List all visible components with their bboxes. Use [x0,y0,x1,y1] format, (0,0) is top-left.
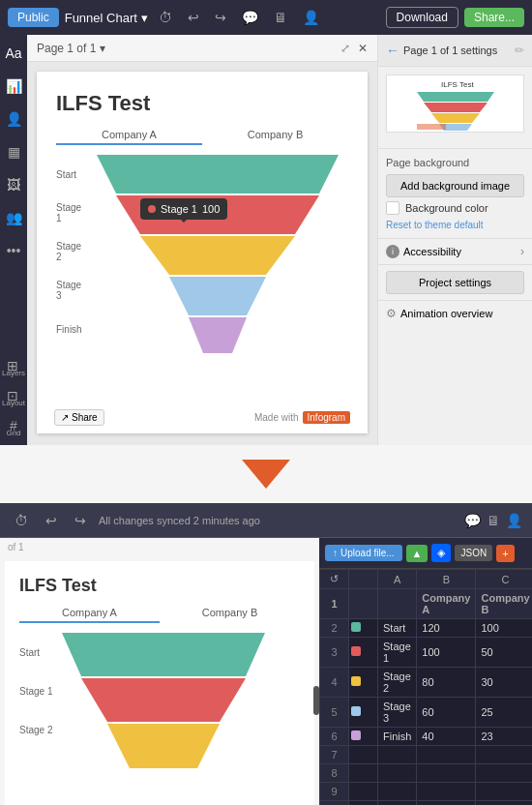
accessibility-row[interactable]: i Accessibility › [378,239,532,265]
redo-icon-bottom[interactable]: ↪ [70,511,91,530]
cell-c[interactable]: 23 [476,728,532,746]
cell-b[interactable]: 40 [417,728,476,746]
sidebar-item-charts[interactable]: 📊 [3,75,24,97]
project-settings-button[interactable]: Project settings [386,271,524,294]
funnel-svg[interactable] [87,150,348,353]
bottom-funnel-svg[interactable] [57,628,270,768]
table-row[interactable]: 6Finish4023 [320,728,533,746]
svg-text:ILFS Test: ILFS Test [441,80,474,89]
dropbox-button[interactable]: ◈ [431,544,451,562]
cell-b[interactable] [417,764,476,783]
right-panel-title: Page 1 of 1 settings [403,45,497,56]
edit-icon[interactable]: ✏ [515,44,524,57]
cell-a[interactable] [378,746,417,764]
add-background-image-button[interactable]: Add background image [386,174,524,197]
cell-b[interactable]: 80 [417,668,476,698]
cell-a[interactable]: Start [378,619,417,638]
table-row[interactable]: 8 [320,764,533,783]
cell-a[interactable] [378,801,417,806]
person-icon-bottom[interactable]: 👤 [506,513,522,528]
cell-b[interactable]: 120 [417,619,476,638]
undo-icon-bottom[interactable]: ↩ [41,511,62,530]
page-indicator[interactable]: Page 1 of 1 [37,42,96,55]
table-row[interactable]: 9 [320,783,533,801]
cell-a[interactable] [378,589,417,619]
back-arrow-icon[interactable]: ← [386,43,399,58]
col-header-num: ↺ [320,570,349,589]
sidebar-item-image[interactable]: 🖼 [3,174,24,195]
background-color-label: Background color [405,202,488,214]
chart-type-selector[interactable]: Funnel Chart ▾ [65,11,148,25]
accessibility-left: i Accessibility [386,245,461,258]
reset-theme-link[interactable]: Reset to theme default [386,220,484,230]
row-color-cell [349,638,378,668]
cell-c[interactable]: Company B [476,589,532,619]
clock-icon-bottom[interactable]: ⏱ [10,511,33,530]
bottom-funnel-chart-area: Start Stage 1 Stage 2 [19,628,300,772]
table-row[interactable]: 7 [320,746,533,764]
funnel-label-start: Start [56,155,82,194]
cell-c[interactable]: 50 [476,638,532,668]
upload-file-button[interactable]: ↑ Upload file... [325,545,402,561]
cell-a[interactable]: Finish [378,728,417,746]
download-button[interactable]: Download [386,7,458,28]
cell-c[interactable] [476,783,532,801]
cell-c[interactable]: 30 [476,668,532,698]
cell-c[interactable] [476,746,532,764]
color-swatch[interactable] [386,201,399,215]
cell-c[interactable] [476,764,532,783]
google-drive-button[interactable]: ▲ [406,545,429,562]
person-icon[interactable]: 👤 [298,8,324,27]
sidebar-item-grid[interactable]: ▦ [3,141,24,163]
expand-icon[interactable]: ⤢ [340,42,350,55]
right-panel-header: ← Page 1 of 1 settings ✏ [378,35,532,67]
cell-b[interactable]: Company A [417,589,476,619]
table-row[interactable]: 1Company ACompany B [320,589,533,619]
cell-a[interactable]: Stage 1 [378,638,417,668]
cell-a[interactable]: Stage 3 [378,698,417,728]
sidebar-item-person[interactable]: 👤 [3,108,24,130]
cell-c[interactable] [476,801,532,806]
funnel-tab-company-a[interactable]: Company A [56,126,202,145]
monitor-icon-bottom[interactable]: 🖥 [487,513,500,528]
table-row[interactable]: 2Start120100 [320,619,533,638]
table-row[interactable]: 4Stage 28030 [320,668,533,698]
undo-icon[interactable]: ↩ [183,8,204,27]
sidebar-item-people[interactable]: 👥 [3,207,24,228]
table-row[interactable]: 3Stage 110050 [320,638,533,668]
sidebar-item-more[interactable]: ••• [3,240,24,261]
bottom-tab-company-b[interactable]: Company B [160,604,300,623]
cell-a[interactable] [378,764,417,783]
clock-icon[interactable]: ⏱ [154,8,177,27]
table-row[interactable]: 5Stage 36025 [320,698,533,728]
public-button[interactable]: Public [8,8,59,27]
cell-b[interactable]: 60 [417,698,476,728]
cell-c[interactable]: 100 [476,619,532,638]
comment-icon-bottom[interactable]: 💬 [464,513,481,528]
drag-handle[interactable] [313,686,319,715]
svg-marker-8 [431,113,480,123]
animation-overview-row[interactable]: ⚙ Animation overview [378,300,532,326]
infogram-badge[interactable]: Infogram [303,411,350,424]
bottom-tab-company-a[interactable]: Company A [19,604,160,623]
cell-b[interactable] [417,783,476,801]
share-button[interactable]: Share... [464,8,524,27]
comment-icon[interactable]: 💬 [237,8,263,27]
close-icon[interactable]: ✕ [358,42,368,55]
cell-b[interactable] [417,801,476,806]
cell-b[interactable] [417,746,476,764]
svg-marker-13 [107,724,220,768]
cell-a[interactable] [378,783,417,801]
more-options-button[interactable]: + [496,545,514,562]
cell-b[interactable]: 100 [417,638,476,668]
cell-c[interactable]: 25 [476,698,532,728]
redo-icon[interactable]: ↪ [210,8,231,27]
spreadsheet-table-container[interactable]: ↺ A B C 1Company ACompany B2Start1201003… [319,569,532,805]
sidebar-item-text[interactable]: Aa [3,43,24,64]
json-button[interactable]: JSON [455,545,492,561]
table-row[interactable]: 10 [320,801,533,806]
funnel-tab-company-b[interactable]: Company B [202,126,348,145]
cell-a[interactable]: Stage 2 [378,668,417,698]
monitor-icon[interactable]: 🖥 [269,8,292,27]
share-small-button[interactable]: ↗ Share [54,409,104,426]
